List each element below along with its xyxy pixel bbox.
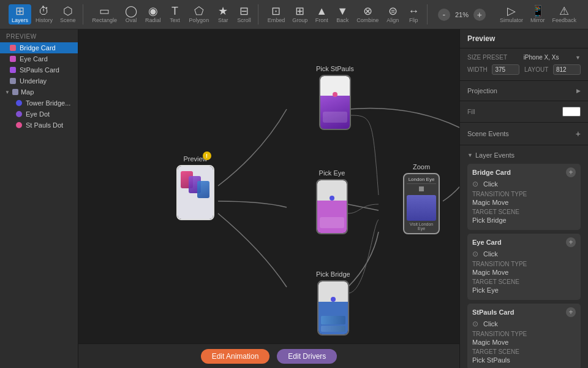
text-tool[interactable]: T Text: [165, 4, 185, 25]
edit-drivers-button[interactable]: Edit Drivers: [277, 349, 337, 364]
layer-eye-card[interactable]: Eye Card: [0, 53, 78, 64]
bridge-card-add-btn[interactable]: +: [566, 167, 576, 177]
combine-tool[interactable]: ⊗ Combine: [353, 4, 382, 25]
polygon-tool[interactable]: ⬠ Polygon: [186, 4, 213, 25]
eye-click-label: Click: [483, 250, 498, 258]
zoom-plus-btn[interactable]: +: [473, 9, 486, 21]
align-tool[interactable]: ⊜ Align: [383, 4, 402, 25]
star-tool[interactable]: ★ Star: [213, 4, 233, 25]
bottom-bar: Edit Animation Edit Drivers: [78, 343, 459, 368]
layer-events-chevron: ▼: [467, 152, 473, 158]
canvas[interactable]: Preview ! Pick StPauls Pic: [78, 29, 459, 343]
size-dropdown-icon[interactable]: ▼: [575, 55, 581, 61]
layer-events-header[interactable]: ▼ Layer Events: [460, 149, 588, 161]
scene-events-header[interactable]: Scene Events +: [460, 126, 588, 141]
simulator-icon: ▷: [507, 6, 516, 17]
preview-card[interactable]: [176, 165, 214, 220]
layer-eye-dot[interactable]: Eye Dot: [0, 109, 78, 120]
layer-stpauls-card[interactable]: StPauls Card: [0, 64, 78, 75]
rectangle-tool[interactable]: ▭ Rectangle: [89, 4, 121, 25]
stpauls-click-label: Click: [483, 320, 498, 328]
mirror-btn[interactable]: 📱 Mirror: [527, 4, 548, 25]
pick-bridge-card[interactable]: [317, 280, 349, 335]
bridge-click-row: ⊙ Click: [472, 180, 576, 188]
underlay-label: Underlay: [20, 77, 47, 85]
front-label: Front: [315, 17, 328, 23]
polygon-icon: ⬠: [194, 6, 204, 17]
stpauls-click-icon: ⊙: [472, 320, 481, 328]
flip-icon: ↔: [408, 6, 419, 17]
radial-tool[interactable]: ◉ Radial: [142, 4, 164, 25]
zoom-control: - 21% +: [433, 9, 491, 21]
size-preset-row: SIZE PRESET iPhone X, Xs ▼: [460, 52, 588, 63]
front-icon: ▲: [316, 6, 327, 17]
pick-stpauls-card[interactable]: [319, 75, 351, 130]
eye-target-value: Pick Eye: [472, 286, 576, 294]
toolbar-nav-group: ⊞ Layers ⏱ History ⬡ Scene: [5, 4, 83, 25]
zoom-value: 21%: [453, 11, 471, 18]
embed-tool[interactable]: ⊡ Embed: [265, 4, 288, 25]
simulator-label: Simulator: [500, 17, 523, 23]
feedback-label: Feedback: [552, 17, 576, 23]
eye-click-row: ⊙ Click: [472, 250, 576, 258]
scene-tab[interactable]: ⬡ Scene: [57, 4, 79, 25]
history-tab[interactable]: ⏱ History: [32, 4, 56, 25]
preview-node[interactable]: Preview !: [176, 155, 214, 220]
right-panel-title: Preview: [460, 29, 588, 48]
scene-events-plus[interactable]: +: [576, 129, 581, 139]
layer-underlay[interactable]: Underlay: [0, 75, 78, 86]
dimensions-row: WIDTH LAYOUT: [460, 63, 588, 77]
layers-icon: ⊞: [15, 6, 24, 17]
radial-icon: ◉: [148, 6, 158, 17]
eye-dot-label: Eye Dot: [26, 110, 50, 118]
zoom-card[interactable]: London Eye Visit London Eye: [403, 173, 440, 234]
edit-animation-button[interactable]: Edit Animation: [201, 349, 270, 364]
feedback-btn[interactable]: ⚠ Feedback: [549, 4, 579, 25]
pick-eye-node[interactable]: Pick Eye: [316, 169, 348, 234]
height-input[interactable]: [553, 64, 581, 75]
layer-stpauls-dot[interactable]: St Pauls Dot: [0, 120, 78, 131]
preview-warning: !: [203, 151, 211, 160]
size-preset-label: SIZE PRESET: [467, 54, 507, 61]
combine-icon: ⊗: [363, 6, 372, 17]
layer-bridge-card[interactable]: Bridge Card: [0, 42, 78, 53]
oval-tool[interactable]: ◯ Oval: [121, 4, 141, 25]
back-tool[interactable]: ▼ Back: [333, 4, 352, 25]
projection-arrow: ▶: [576, 88, 581, 94]
map-arrow: ▼: [5, 90, 10, 95]
flip-tool[interactable]: ↔ Flip: [404, 4, 423, 25]
stpauls-dot-circle: [16, 122, 22, 128]
combine-label: Combine: [356, 17, 379, 23]
eye-card-add-btn[interactable]: +: [566, 237, 576, 247]
simulator-btn[interactable]: ▷ Simulator: [497, 4, 526, 25]
projection-header[interactable]: Projection ▶: [460, 85, 588, 97]
group-tool[interactable]: ⊞ Group: [289, 4, 311, 25]
pick-bridge-node[interactable]: Pick Bridge: [316, 270, 350, 335]
tower-bridge-dot: [16, 100, 22, 106]
eye-transition-label: TRANSITION TYPE: [472, 261, 576, 267]
underlay-dot: [10, 78, 16, 84]
width-input[interactable]: [492, 64, 519, 75]
fill-color-box[interactable]: [562, 107, 581, 117]
stpauls-card-add-btn[interactable]: +: [566, 307, 576, 317]
pick-stpauls-node[interactable]: Pick StPauls: [316, 65, 354, 130]
scene-events-section: Scene Events +: [460, 123, 588, 145]
map-group[interactable]: ▼ Map: [0, 86, 78, 98]
layers-tab[interactable]: ⊞ Layers: [9, 4, 31, 25]
pick-eye-card[interactable]: [316, 179, 348, 234]
eye-transition-value: Magic Move: [472, 269, 576, 276]
connector-lines: [78, 29, 459, 343]
stpauls-dot-label: St Pauls Dot: [26, 121, 63, 129]
eye-click-icon: ⊙: [472, 250, 481, 258]
stpauls-card-event: StPauls Card + ⊙ Click TRANSITION TYPE M…: [467, 304, 581, 368]
device-value: iPhone X, Xs: [524, 54, 559, 61]
front-tool[interactable]: ▲ Front: [312, 4, 331, 25]
pick-stpauls-label: Pick StPauls: [316, 65, 354, 72]
fill-row: Fill: [460, 105, 588, 118]
projection-section: Projection ▶: [460, 81, 588, 101]
layer-events-section: ▼ Layer Events Bridge Card + ⊙ Click TRA…: [460, 145, 588, 368]
layer-tower-bridge[interactable]: Tower Bridge...: [0, 98, 78, 109]
scroll-tool[interactable]: ⊟ Scroll: [234, 4, 254, 25]
zoom-node[interactable]: Zoom London Eye Visit London Eye: [403, 163, 440, 234]
zoom-minus-btn[interactable]: -: [438, 9, 450, 21]
